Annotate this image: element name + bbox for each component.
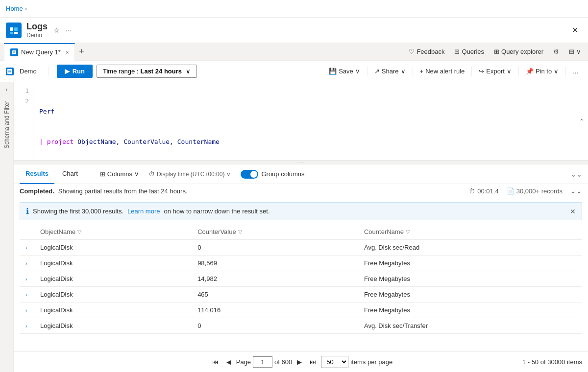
- time-range-value: Last 24 hours: [140, 68, 182, 75]
- svg-rect-1: [14, 27, 18, 31]
- editor-collapse-button[interactable]: ⌃: [579, 86, 584, 156]
- counter-name-header: CounterName ▽: [358, 224, 582, 240]
- counter-value-cell: 0: [192, 318, 358, 334]
- layout-button[interactable]: ⊟ ∨: [566, 46, 584, 57]
- prev-page-button[interactable]: ◀: [223, 356, 234, 368]
- expand-status-button[interactable]: ⌄⌄: [570, 187, 582, 195]
- queries-icon: ⊟: [454, 48, 460, 55]
- more-toolbar-button[interactable]: ...: [569, 65, 582, 77]
- next-page-button[interactable]: ▶: [294, 356, 305, 368]
- columns-icon: ⊞: [100, 170, 105, 178]
- row-expand-button[interactable]: ›: [25, 324, 27, 329]
- active-tab[interactable]: New Query 1* ×: [4, 43, 75, 61]
- save-chevron-icon: ∨: [355, 68, 360, 75]
- favorite-button[interactable]: ☆: [51, 24, 62, 36]
- sidebar-toggle[interactable]: › Schema and Filter: [0, 82, 14, 372]
- table-row: › LogicalDisk 98,569 Free Megabytes: [20, 256, 582, 271]
- query-explorer-button[interactable]: ⊞ Query explorer: [491, 46, 546, 57]
- group-columns-toggle[interactable]: [241, 170, 258, 179]
- time-range-button[interactable]: Time range : Last 24 hours ∨: [97, 65, 197, 78]
- more-options-button[interactable]: ···: [64, 24, 74, 36]
- resize-handle[interactable]: ···: [14, 161, 588, 164]
- status-time-value: 00:01.4: [477, 187, 498, 195]
- object-name-filter-icon[interactable]: ▽: [77, 229, 81, 235]
- learn-more-link[interactable]: Learn more: [127, 208, 160, 215]
- pin-to-button[interactable]: 📌 Pin to ∨: [522, 65, 563, 77]
- run-button[interactable]: ▶ Run: [57, 65, 93, 78]
- counter-value-filter-icon[interactable]: ▽: [238, 229, 242, 235]
- row-expand-button[interactable]: ›: [25, 261, 27, 266]
- tab-bar: New Query 1* × + ♡ Feedback ⊟ Queries ⊞ …: [0, 43, 588, 61]
- line-number-2: 2: [14, 96, 29, 107]
- new-alert-button[interactable]: + New alert rule: [416, 65, 469, 77]
- counter-name-filter-icon[interactable]: ▽: [406, 229, 410, 235]
- first-page-button[interactable]: ⏮: [209, 356, 221, 368]
- columns-label: Columns: [107, 170, 132, 178]
- columns-button[interactable]: ⊞ Columns ∨: [96, 168, 143, 180]
- counter-name-cell: Free Megabytes: [358, 302, 582, 318]
- code-line-1: Perf: [39, 107, 582, 117]
- sidebar-label: Schema and Filter: [3, 101, 10, 148]
- row-expand-button[interactable]: ›: [25, 308, 27, 313]
- last-page-button[interactable]: ⏭: [307, 356, 319, 368]
- line-number-1: 1: [14, 86, 29, 96]
- row-expand-button[interactable]: ›: [25, 292, 27, 298]
- svg-rect-4: [12, 50, 16, 54]
- tab-close-button[interactable]: ×: [66, 49, 69, 55]
- close-button[interactable]: ✕: [568, 23, 582, 37]
- page-size-select[interactable]: 50 100 200: [321, 356, 348, 368]
- app-header: Logs Demo ☆ ··· ✕: [0, 18, 588, 43]
- workspace-label: Demo: [20, 68, 37, 75]
- records-icon: 📄: [507, 187, 514, 195]
- info-close-button[interactable]: ✕: [570, 208, 576, 215]
- export-chevron-icon: ∨: [507, 68, 512, 75]
- status-time: ⏱ 00:01.4: [469, 187, 498, 195]
- expand-results-button[interactable]: ⌄⌄: [570, 170, 582, 178]
- settings-button[interactable]: ⚙: [550, 46, 562, 57]
- of-label: of 600: [274, 358, 292, 366]
- display-time-button[interactable]: ⏱ Display time (UTC+00:00) ∨: [145, 169, 235, 180]
- counter-name-cell: Free Megabytes: [358, 271, 582, 287]
- tab-label: New Query 1*: [21, 48, 61, 56]
- object-name-cell: LogicalDisk: [34, 302, 192, 318]
- save-button[interactable]: 💾 Save ∨: [325, 65, 364, 77]
- share-chevron-icon: ∨: [401, 68, 406, 75]
- results-tab-results[interactable]: Results: [20, 164, 54, 184]
- feedback-button[interactable]: ♡ Feedback: [406, 46, 447, 57]
- object-name-col-label: ObjectName: [40, 228, 75, 235]
- page-input[interactable]: [253, 356, 272, 368]
- row-expand-button[interactable]: ›: [25, 245, 27, 251]
- share-button[interactable]: ↗ Share ∨: [370, 65, 410, 77]
- editor-results: 1 2 Perf | project ObjectName, CounterVa…: [14, 82, 588, 372]
- add-tab-button[interactable]: +: [75, 46, 88, 57]
- counter-name-col-label: CounterName: [364, 228, 404, 235]
- export-label: Export: [486, 68, 505, 75]
- status-records: 📄 30,000+ records: [507, 187, 563, 195]
- object-name-cell: LogicalDisk: [34, 256, 192, 271]
- app-title: Logs: [26, 22, 48, 32]
- row-expand-button[interactable]: ›: [25, 277, 27, 282]
- heart-icon: ♡: [409, 48, 415, 55]
- export-button[interactable]: ↪ Export ∨: [475, 65, 515, 77]
- table-row: › LogicalDisk 14,982 Free Megabytes: [20, 271, 582, 287]
- breadcrumb-home[interactable]: Home: [6, 5, 23, 12]
- page-label: Page: [236, 358, 251, 366]
- queries-button[interactable]: ⊟ Queries: [451, 46, 487, 57]
- code-line-2: | project ObjectName, CounterValue, Coun…: [39, 137, 582, 147]
- results-tab-chart[interactable]: Chart: [56, 164, 84, 184]
- table-row: › LogicalDisk 465 Free Megabytes: [20, 287, 582, 302]
- feedback-label: Feedback: [416, 48, 444, 55]
- counter-name-cell: Free Megabytes: [358, 287, 582, 302]
- code-area[interactable]: Perf | project ObjectName, CounterValue,…: [33, 82, 588, 160]
- tab-bar-right: ♡ Feedback ⊟ Queries ⊞ Query explorer ⚙ …: [406, 46, 584, 57]
- page-range-info: 1 - 50 of 30000 items: [522, 358, 582, 366]
- layout-icon: ⊟: [569, 48, 574, 55]
- info-icon: ℹ: [26, 207, 29, 216]
- run-icon: ▶: [65, 68, 70, 75]
- run-label: Run: [73, 68, 85, 75]
- pagination: ⏮ ◀ Page of 600 ▶ ⏭ 50 100 200 items per…: [14, 351, 588, 372]
- results-label: Results: [25, 170, 49, 177]
- pin-to-label: Pin to: [536, 68, 552, 75]
- items-per-page-label: items per page: [350, 358, 392, 366]
- info-text-after: on how to narrow down the result set.: [164, 208, 270, 215]
